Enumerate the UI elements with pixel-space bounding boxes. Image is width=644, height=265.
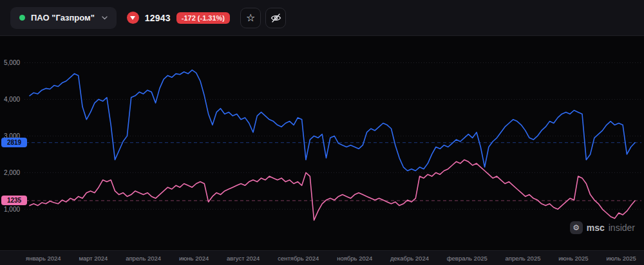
series-line-pink (30, 160, 635, 220)
price-value: 12943 (145, 13, 171, 23)
eye-off-icon (270, 13, 281, 23)
status-dot (19, 15, 25, 21)
y-axis-label: 1,000 (4, 206, 20, 213)
price-chart[interactable]: 5,0004,0003,0002,0001,000 (0, 0, 644, 265)
y-axis-label: 5,000 (4, 59, 20, 66)
x-axis-label: ноябрь 2024 (337, 255, 372, 262)
trend-down-icon (127, 12, 139, 24)
x-axis-label: апрель 2024 (126, 255, 161, 262)
chevron-down-icon (102, 16, 108, 20)
last-price-badge-blue: 2819 (1, 138, 27, 147)
x-axis[interactable]: январь 2024март 2024апрель 2024июнь 2024… (0, 250, 644, 265)
x-axis-label: декабрь 2024 (390, 255, 429, 262)
x-axis-label: апрель 2025 (506, 255, 541, 262)
hide-button[interactable] (265, 8, 286, 28)
instrument-name: ПАО "Газпром" (31, 13, 95, 23)
x-axis-label: февраль 2025 (447, 255, 488, 262)
x-axis-label: март 2024 (79, 255, 108, 262)
x-axis-label: сентябрь 2024 (278, 255, 319, 262)
watermark-text-primary: msc (587, 223, 605, 233)
instrument-selector[interactable]: ПАО "Газпром" (10, 7, 117, 29)
y-axis-label: 4,000 (4, 96, 20, 103)
mscinsider-logo-icon: ⚙ (570, 221, 583, 234)
watermark: ⚙ mscinsider (570, 221, 635, 234)
x-axis-label: август 2024 (227, 255, 260, 262)
x-axis-label: июнь 2025 (558, 255, 588, 262)
favorite-button[interactable]: ☆ (240, 8, 261, 28)
x-axis-label: июнь 2024 (179, 255, 209, 262)
x-axis-label: январь 2024 (26, 255, 61, 262)
trading-app: 5,0004,0003,0002,0001,000 ПАО "Газпром" … (0, 0, 644, 265)
last-price-badge-pink: 1235 (1, 196, 27, 205)
price-change-badge: -172 (-1.31%) (176, 12, 230, 24)
y-axis-label: 2,000 (4, 169, 20, 176)
x-axis-label: июль 2025 (606, 255, 636, 262)
series-line-blue (30, 70, 635, 171)
star-icon: ☆ (246, 13, 255, 23)
toolbar: ПАО "Газпром" 12943 -172 (-1.31%) ☆ (0, 0, 644, 36)
price-indicator: 12943 -172 (-1.31%) (127, 12, 230, 24)
watermark-text-secondary: insider (609, 223, 635, 233)
